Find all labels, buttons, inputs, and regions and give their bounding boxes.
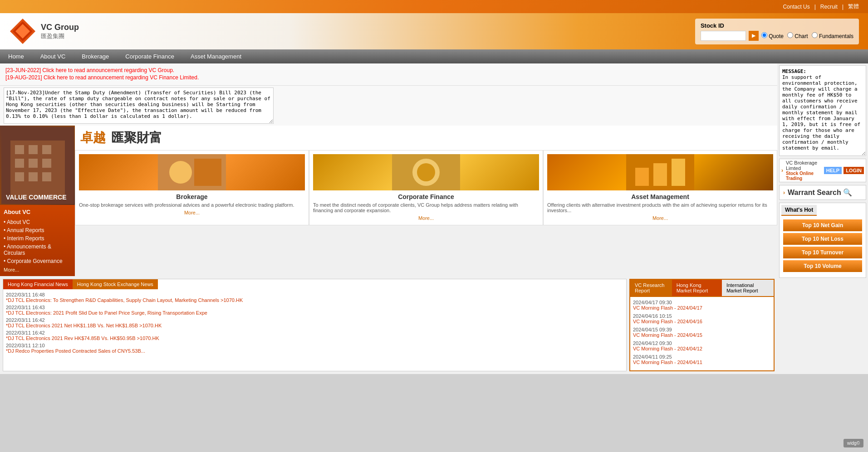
top-10-volume-button[interactable]: Top 10 Volume <box>783 260 862 272</box>
tab-hk-market-report[interactable]: Hong Kong Market Report <box>672 280 722 296</box>
list-item: 2024/04/11 09:25 VC Morning Flash - 2024… <box>633 354 771 365</box>
tab-hk-financial-news[interactable]: Hong Kong Financial News <box>3 279 73 289</box>
top-10-turnover-button[interactable]: Top 10 Turnover <box>783 247 862 258</box>
warrant-search-box[interactable]: › Warrant Search 🔍 <box>779 185 866 200</box>
ot-arrow-icon: › <box>781 167 783 174</box>
content-area: VALUE COMMERCE About VC About VC Annual … <box>0 126 777 276</box>
nav-corporate-finance[interactable]: Corporate Finance <box>117 49 182 63</box>
svg-point-20 <box>417 163 435 181</box>
announcement-bar: [23-JUN-2022] Click here to read announc… <box>0 63 777 86</box>
list-item: 2024/04/12 09:30 VC Morning Flash - 2024… <box>633 340 771 351</box>
sidebar-item-about-vc[interactable]: About VC <box>7 219 30 225</box>
quote-radio[interactable] <box>761 32 767 38</box>
asset-image <box>547 154 773 190</box>
stock-id-input[interactable] <box>701 31 746 41</box>
slogan-cn1: 卓越 <box>80 129 106 146</box>
fundamentals-radio[interactable] <box>812 32 818 38</box>
hk-news-area: Hong Kong Financial News Hong Kong Stock… <box>3 279 627 371</box>
news-date: 2022/03/11 16:43 <box>6 305 45 310</box>
research-link[interactable]: VC Morning Flash - 2024/04/12 <box>633 346 771 351</box>
sidebar-item-annual-reports[interactable]: Annual Reports <box>7 227 44 233</box>
corporate-title: Corporate Finance <box>313 193 539 200</box>
warrant-search-icon: 🔍 <box>843 188 852 197</box>
chinese-link[interactable]: 繁體 <box>848 3 859 10</box>
news-scroll-box[interactable] <box>4 87 274 124</box>
research-date: 2024/04/12 09:30 <box>633 340 672 346</box>
research-link[interactable]: VC Morning Flash - 2024/04/15 <box>633 332 771 338</box>
news-link[interactable]: *DJ TCL Electronics 2021 Net HK$1.18B Vs… <box>6 323 623 328</box>
bottom-section: Hong Kong Financial News Hong Kong Stock… <box>0 276 777 374</box>
banner-left: VALUE COMMERCE About VC About VC Annual … <box>0 126 75 276</box>
nav-home[interactable]: Home <box>0 49 32 63</box>
left-col: [23-JUN-2022] Click here to read announc… <box>0 63 777 374</box>
message-box: MESSAGE: In support of environmental pro… <box>779 65 866 156</box>
svg-rect-9 <box>29 159 38 168</box>
message-label: MESSAGE: <box>782 68 806 74</box>
research-link[interactable]: VC Morning Flash - 2024/04/17 <box>633 305 771 311</box>
logo-icon <box>9 18 36 45</box>
svg-point-16 <box>169 161 192 184</box>
svg-rect-6 <box>29 145 38 154</box>
top-10-net-gain-button[interactable]: Top 10 Net Gain <box>783 219 862 231</box>
ot-login-button[interactable]: LOGIN <box>843 167 864 174</box>
fundamentals-radio-label[interactable]: Fundamentals <box>812 32 853 39</box>
nav-asset-management[interactable]: Asset Management <box>182 49 250 63</box>
chart-radio-label[interactable]: Chart <box>787 32 808 39</box>
hk-news-list: 2022/03/11 16:48 *DJ TCL Electronics: To… <box>3 289 626 358</box>
recruit-link[interactable]: Recruit <box>820 4 838 10</box>
list-item: 2022/03/11 12:10 *DJ Redco Properties Po… <box>6 343 623 354</box>
scroll-area <box>0 86 777 126</box>
list-item: 2022/03/11 16:42 *DJ TCL Electronics 202… <box>6 317 623 328</box>
nav-brokerage[interactable]: Brokerage <box>74 49 117 63</box>
research-link[interactable]: VC Morning Flash - 2024/04/11 <box>633 360 771 365</box>
right-sidebar: MESSAGE: In support of environmental pro… <box>777 63 868 374</box>
contact-us-link[interactable]: Contact Us <box>783 4 809 10</box>
svg-rect-12 <box>29 172 38 181</box>
nav-about-vc[interactable]: About VC <box>32 49 74 63</box>
research-area: VC Research Report Hong Kong Market Repo… <box>629 279 775 371</box>
ot-company: VC Brokerage Limted <box>786 160 822 171</box>
center-main: 卓越 匯聚財富 Brokerage O <box>75 126 777 276</box>
corporate-more[interactable]: More... <box>418 215 434 221</box>
news-date: 2022/03/11 16:42 <box>6 330 45 335</box>
company-name: VC Group <box>41 23 79 32</box>
company-name-cn: 匯盈集團 <box>41 32 79 40</box>
list-item: 2024/04/17 09:30 VC Morning Flash - 2024… <box>633 300 771 311</box>
announcement-link-2[interactable]: [19-AUG-2021] Click here to read announc… <box>5 74 772 81</box>
research-list: 2024/04/17 09:30 VC Morning Flash - 2024… <box>630 297 774 370</box>
brokerage-title: Brokerage <box>79 193 305 200</box>
brokerage-more[interactable]: More... <box>184 210 200 215</box>
news-date: 2022/03/11 16:42 <box>6 317 45 323</box>
asset-more[interactable]: More... <box>652 215 668 221</box>
services-row: Brokerage One-stop brokerage services wi… <box>75 150 777 225</box>
quote-radio-label[interactable]: Quote <box>761 32 784 39</box>
sidebar-item-announcements[interactable]: Announcements & Circulars <box>4 243 51 256</box>
stock-go-button[interactable]: ▶ <box>749 31 759 41</box>
sidebar-more-link[interactable]: More... <box>4 267 71 272</box>
tab-hk-exchange-news[interactable]: Hong Kong Stock Exchange News <box>73 279 158 289</box>
news-link[interactable]: *DJ Redco Properties Posted Contracted S… <box>6 348 623 354</box>
sidebar-item-corporate-governance[interactable]: Corporate Governance <box>7 258 63 264</box>
tab-vc-research[interactable]: VC Research Report <box>630 280 672 296</box>
service-brokerage: Brokerage One-stop brokerage services wi… <box>75 150 309 225</box>
svg-rect-22 <box>635 168 649 186</box>
sidebar-item-interim-reports[interactable]: Interim Reports <box>7 235 44 242</box>
svg-rect-5 <box>15 145 24 154</box>
brokerage-desc: One-stop brokerage services with profess… <box>79 202 305 208</box>
chart-radio[interactable] <box>787 32 793 38</box>
news-link[interactable]: *DJ TCL Electronics 2021 Rev HK$74.85B V… <box>6 335 623 341</box>
list-item: 2022/03/11 16:42 *DJ TCL Electronics 202… <box>6 330 623 341</box>
hk-news-tabs: Hong Kong Financial News Hong Kong Stock… <box>3 279 626 289</box>
news-link[interactable]: *DJ TCL Electronics: To Strengthen R&D C… <box>6 297 623 303</box>
sidebar-title: About VC <box>4 209 71 215</box>
research-link[interactable]: VC Morning Flash - 2024/04/16 <box>633 319 771 324</box>
tab-intl-market-report[interactable]: International Market Report <box>722 280 774 296</box>
nav-bar: Home About VC Brokerage Corporate Financ… <box>0 49 868 63</box>
ot-help-button[interactable]: HELP <box>824 167 842 174</box>
brokerage-image <box>79 154 305 190</box>
news-link[interactable]: *DJ TCL Electronics: 2021 Profit Slid Du… <box>6 310 623 316</box>
announcement-link-1[interactable]: [23-JUN-2022] Click here to read announc… <box>5 67 772 73</box>
svg-rect-24 <box>672 159 685 186</box>
top-10-net-loss-button[interactable]: Top 10 Net Loss <box>783 233 862 245</box>
online-trading-button[interactable]: › VC Brokerage Limted Stock Online Tradi… <box>779 159 866 182</box>
